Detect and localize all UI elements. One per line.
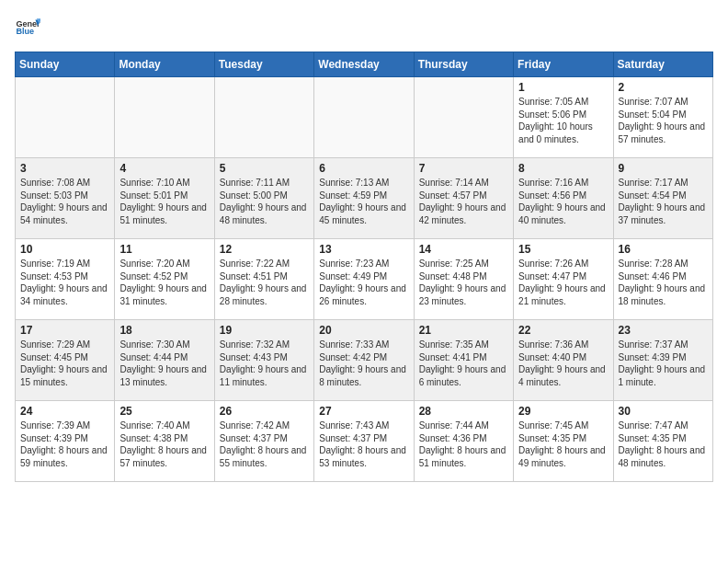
day-number: 4: [119, 162, 209, 175]
week-row-5: 24Sunrise: 7:39 AMSunset: 4:39 PMDayligh…: [16, 401, 713, 482]
day-info: Sunrise: 7:47 AMSunset: 4:35 PMDaylight:…: [619, 419, 708, 469]
day-info: Sunrise: 7:39 AMSunset: 4:39 PMDaylight:…: [20, 419, 109, 469]
day-info: Sunrise: 7:29 AMSunset: 4:45 PMDaylight:…: [20, 339, 109, 388]
calendar-cell: 29Sunrise: 7:45 AMSunset: 4:35 PMDayligh…: [514, 401, 613, 482]
day-number: 6: [319, 162, 408, 175]
day-header-wednesday: Wednesday: [314, 52, 414, 77]
day-number: 22: [518, 324, 608, 337]
day-info: Sunrise: 7:17 AMSunset: 4:54 PMDaylight:…: [619, 177, 708, 226]
day-info: Sunrise: 7:30 AMSunset: 4:44 PMDaylight:…: [119, 339, 209, 388]
day-info: Sunrise: 7:14 AMSunset: 4:57 PMDaylight:…: [419, 177, 508, 226]
day-number: 18: [119, 324, 209, 337]
calendar-cell: 24Sunrise: 7:39 AMSunset: 4:39 PMDayligh…: [16, 401, 115, 482]
day-header-saturday: Saturday: [613, 52, 712, 77]
day-info: Sunrise: 7:05 AMSunset: 5:06 PMDaylight:…: [518, 96, 608, 145]
calendar-cell: [16, 77, 115, 158]
day-info: Sunrise: 7:44 AMSunset: 4:36 PMDaylight:…: [419, 419, 508, 469]
header-row: SundayMondayTuesdayWednesdayThursdayFrid…: [16, 52, 713, 77]
calendar-cell: 17Sunrise: 7:29 AMSunset: 4:45 PMDayligh…: [16, 320, 115, 401]
day-info: Sunrise: 7:10 AMSunset: 5:01 PMDaylight:…: [119, 177, 209, 226]
calendar-cell: 9Sunrise: 7:17 AMSunset: 4:54 PMDaylight…: [613, 158, 712, 239]
day-info: Sunrise: 7:16 AMSunset: 4:56 PMDaylight:…: [518, 177, 608, 226]
day-header-monday: Monday: [115, 52, 214, 77]
day-number: 29: [518, 405, 608, 418]
day-number: 12: [220, 243, 309, 256]
day-number: 24: [20, 405, 109, 418]
calendar-cell: 13Sunrise: 7:23 AMSunset: 4:49 PMDayligh…: [314, 239, 414, 320]
calendar-cell: 20Sunrise: 7:33 AMSunset: 4:42 PMDayligh…: [314, 320, 414, 401]
day-number: 8: [518, 162, 608, 175]
calendar-cell: 16Sunrise: 7:28 AMSunset: 4:46 PMDayligh…: [613, 239, 712, 320]
day-info: Sunrise: 7:26 AMSunset: 4:47 PMDaylight:…: [518, 258, 608, 307]
day-number: 11: [119, 243, 209, 256]
calendar-cell: 6Sunrise: 7:13 AMSunset: 4:59 PMDaylight…: [314, 158, 414, 239]
day-info: Sunrise: 7:20 AMSunset: 4:52 PMDaylight:…: [119, 258, 209, 307]
calendar-cell: 23Sunrise: 7:37 AMSunset: 4:39 PMDayligh…: [613, 320, 712, 401]
day-number: 16: [619, 243, 708, 256]
day-number: 23: [619, 324, 708, 337]
calendar-cell: 11Sunrise: 7:20 AMSunset: 4:52 PMDayligh…: [115, 239, 214, 320]
calendar-cell: 7Sunrise: 7:14 AMSunset: 4:57 PMDaylight…: [414, 158, 513, 239]
day-header-thursday: Thursday: [414, 52, 513, 77]
day-info: Sunrise: 7:37 AMSunset: 4:39 PMDaylight:…: [619, 339, 708, 388]
day-info: Sunrise: 7:25 AMSunset: 4:48 PMDaylight:…: [419, 258, 508, 307]
day-info: Sunrise: 7:36 AMSunset: 4:40 PMDaylight:…: [518, 339, 608, 388]
day-number: 15: [518, 243, 608, 256]
calendar-cell: 4Sunrise: 7:10 AMSunset: 5:01 PMDaylight…: [115, 158, 214, 239]
day-info: Sunrise: 7:13 AMSunset: 4:59 PMDaylight:…: [319, 177, 408, 226]
calendar-cell: 15Sunrise: 7:26 AMSunset: 4:47 PMDayligh…: [514, 239, 613, 320]
day-info: Sunrise: 7:07 AMSunset: 5:04 PMDaylight:…: [619, 96, 708, 145]
calendar-cell: 10Sunrise: 7:19 AMSunset: 4:53 PMDayligh…: [16, 239, 115, 320]
calendar-cell: [414, 77, 513, 158]
day-number: 13: [319, 243, 408, 256]
day-number: 1: [518, 81, 608, 94]
day-info: Sunrise: 7:35 AMSunset: 4:41 PMDaylight:…: [419, 339, 508, 388]
calendar-cell: 2Sunrise: 7:07 AMSunset: 5:04 PMDaylight…: [613, 77, 712, 158]
day-number: 3: [20, 162, 109, 175]
calendar-cell: 25Sunrise: 7:40 AMSunset: 4:38 PMDayligh…: [115, 401, 214, 482]
day-number: 7: [419, 162, 508, 175]
calendar-cell: [115, 77, 214, 158]
day-number: 5: [220, 162, 309, 175]
calendar-cell: 27Sunrise: 7:43 AMSunset: 4:37 PMDayligh…: [314, 401, 414, 482]
calendar-cell: 30Sunrise: 7:47 AMSunset: 4:35 PMDayligh…: [613, 401, 712, 482]
calendar-cell: 18Sunrise: 7:30 AMSunset: 4:44 PMDayligh…: [115, 320, 214, 401]
day-info: Sunrise: 7:33 AMSunset: 4:42 PMDaylight:…: [319, 339, 408, 388]
day-info: Sunrise: 7:22 AMSunset: 4:51 PMDaylight:…: [220, 258, 309, 307]
day-info: Sunrise: 7:28 AMSunset: 4:46 PMDaylight:…: [619, 258, 708, 307]
calendar-table: SundayMondayTuesdayWednesdayThursdayFrid…: [15, 52, 713, 482]
week-row-4: 17Sunrise: 7:29 AMSunset: 4:45 PMDayligh…: [16, 320, 713, 401]
day-number: 17: [20, 324, 109, 337]
day-number: 26: [220, 405, 309, 418]
day-number: 10: [20, 243, 109, 256]
week-row-3: 10Sunrise: 7:19 AMSunset: 4:53 PMDayligh…: [16, 239, 713, 320]
week-row-1: 1Sunrise: 7:05 AMSunset: 5:06 PMDaylight…: [16, 77, 713, 158]
day-info: Sunrise: 7:42 AMSunset: 4:37 PMDaylight:…: [220, 419, 309, 469]
logo-icon: General Blue: [15, 15, 40, 40]
calendar-cell: 1Sunrise: 7:05 AMSunset: 5:06 PMDaylight…: [514, 77, 613, 158]
day-info: Sunrise: 7:19 AMSunset: 4:53 PMDaylight:…: [20, 258, 109, 307]
day-header-friday: Friday: [514, 52, 613, 77]
svg-text:Blue: Blue: [16, 27, 34, 36]
day-number: 27: [319, 405, 408, 418]
day-number: 25: [119, 405, 209, 418]
day-number: 2: [619, 81, 708, 94]
calendar-cell: 26Sunrise: 7:42 AMSunset: 4:37 PMDayligh…: [214, 401, 313, 482]
day-info: Sunrise: 7:40 AMSunset: 4:38 PMDaylight:…: [119, 419, 209, 469]
day-info: Sunrise: 7:23 AMSunset: 4:49 PMDaylight:…: [319, 258, 408, 307]
calendar-cell: 14Sunrise: 7:25 AMSunset: 4:48 PMDayligh…: [414, 239, 513, 320]
day-number: 20: [319, 324, 408, 337]
day-header-tuesday: Tuesday: [214, 52, 313, 77]
day-header-sunday: Sunday: [16, 52, 115, 77]
day-info: Sunrise: 7:45 AMSunset: 4:35 PMDaylight:…: [518, 419, 608, 469]
day-number: 14: [419, 243, 508, 256]
day-number: 30: [619, 405, 708, 418]
day-number: 9: [619, 162, 708, 175]
calendar-cell: 22Sunrise: 7:36 AMSunset: 4:40 PMDayligh…: [514, 320, 613, 401]
day-info: Sunrise: 7:32 AMSunset: 4:43 PMDaylight:…: [220, 339, 309, 388]
day-number: 21: [419, 324, 508, 337]
day-number: 28: [419, 405, 508, 418]
day-info: Sunrise: 7:11 AMSunset: 5:00 PMDaylight:…: [220, 177, 309, 226]
day-number: 19: [220, 324, 309, 337]
calendar-cell: 19Sunrise: 7:32 AMSunset: 4:43 PMDayligh…: [214, 320, 313, 401]
